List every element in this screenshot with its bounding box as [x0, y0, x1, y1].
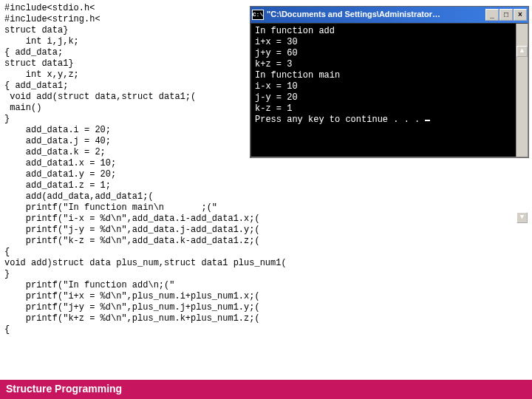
- maximize-button[interactable]: □: [499, 9, 513, 21]
- scroll-track[interactable]: [516, 79, 528, 190]
- cmd-icon: C:\: [252, 10, 264, 20]
- console-window: C:\ "C:\Documents and Settings\Administr…: [250, 6, 529, 158]
- window-buttons: _ □ ×: [485, 9, 527, 21]
- text-cursor: [425, 120, 430, 121]
- minimize-button[interactable]: _: [485, 9, 499, 21]
- console-output: In function add i+x = 30 j+y = 60 k+z = …: [250, 23, 528, 157]
- vertical-scrollbar[interactable]: ▲ ▼: [516, 24, 528, 157]
- window-title: "C:\Documents and Settings\Administrator…: [267, 10, 482, 20]
- scroll-down-button[interactable]: ▼: [516, 212, 528, 223]
- footer-bar: Structure Programming: [0, 380, 532, 399]
- title-bar[interactable]: C:\ "C:\Documents and Settings\Administr…: [250, 7, 528, 23]
- footer-text: Structure Programming: [6, 383, 122, 396]
- scroll-up-button[interactable]: ▲: [516, 46, 528, 57]
- close-button[interactable]: ×: [514, 9, 527, 21]
